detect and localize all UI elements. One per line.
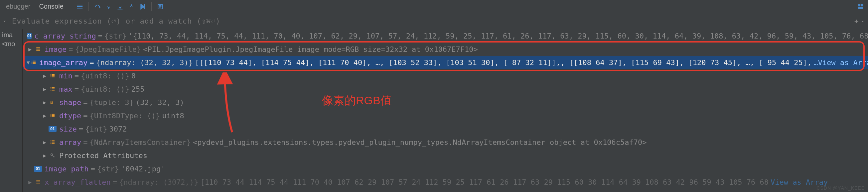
var-type: {NdArrayItemsContainer}	[89, 138, 191, 147]
frame-label[interactable]: <mo	[0, 39, 22, 49]
separator	[89, 2, 89, 11]
expand-arrow-icon[interactable]: ▶	[41, 152, 48, 159]
var-value: 255	[131, 85, 145, 93]
collapse-arrow-icon[interactable]: ▼	[27, 59, 30, 66]
threads-icon[interactable]	[75, 2, 85, 11]
variable-row-array[interactable]: ▶ array = {NdArrayItemsContainer} <pydev…	[23, 135, 868, 149]
equals: =	[98, 32, 102, 40]
object-icon	[34, 179, 42, 185]
step-out-icon[interactable]	[127, 2, 136, 11]
spacer	[27, 165, 33, 172]
var-name: image	[44, 45, 66, 54]
variables-panel: ima <mo c_array_string = {str} '{110, 73…	[0, 29, 868, 192]
variable-row-max[interactable]: ▶ max = {uint8: ()} 255	[23, 83, 868, 96]
variable-row-shape[interactable]: ▶ shape = {tuple: 3} (32, 32, 3)	[23, 96, 868, 109]
var-name: image_array	[39, 59, 88, 67]
int-icon	[49, 126, 57, 132]
var-name: c_array_string	[34, 32, 96, 40]
separator	[151, 2, 152, 11]
step-over-icon[interactable]	[93, 2, 102, 11]
step-into-my-code-icon[interactable]	[115, 2, 125, 11]
expand-arrow-icon[interactable]: ▶	[41, 99, 48, 106]
svg-point-5	[51, 154, 53, 156]
var-name: max	[59, 85, 72, 93]
var-name: shape	[59, 98, 81, 107]
object-icon	[49, 113, 57, 119]
var-type: {ndarray: (32, 32, 3)}	[96, 59, 193, 67]
var-type: {uint8: ()}	[81, 85, 129, 93]
run-to-cursor-icon[interactable]	[138, 2, 147, 11]
var-value: <PIL.JpegImagePlugin.JpegImageFile image…	[143, 45, 478, 54]
var-value: '0042.jpg'	[121, 165, 165, 173]
var-type: {JpegImageFile}	[75, 45, 141, 54]
svg-rect-0	[117, 9, 122, 9]
var-name: min	[59, 72, 72, 80]
var-type: {int}	[85, 125, 107, 133]
var-type: {str}	[104, 32, 126, 40]
step-into-icon[interactable]	[104, 2, 114, 11]
variable-row-image-path[interactable]: image_path = {str} '0042.jpg'	[23, 162, 868, 175]
var-type: {UInt8DType: ()}	[89, 111, 160, 120]
variable-row-image[interactable]: ▶ image = {JpegImageFile} <PIL.JpegImage…	[23, 42, 868, 56]
frames-column: ima <mo	[0, 29, 23, 192]
frame-label[interactable]: ima	[0, 31, 22, 39]
equals: =	[68, 45, 73, 54]
add-watch-icon[interactable]: +	[855, 17, 859, 25]
spacer	[41, 126, 48, 132]
protected-label: Protected Attributes	[59, 152, 147, 160]
variable-row-image-array[interactable]: ▼ image_array = {ndarray: (32, 32, 3)} […	[23, 56, 868, 69]
view-as-array-link[interactable]: View as Array	[771, 178, 828, 186]
layout-settings-icon[interactable]	[856, 2, 865, 11]
expand-arrow-icon[interactable]: ▶	[27, 46, 33, 53]
variable-row-protected[interactable]: ▶ Protected Attributes	[23, 149, 868, 162]
svg-rect-2	[858, 4, 861, 6]
variable-row-size[interactable]: size = {int} 3072	[23, 122, 868, 135]
var-name: array	[59, 138, 81, 147]
var-name: size	[59, 125, 77, 133]
var-type: {ndarray: (3072,)}	[119, 178, 198, 186]
var-type: {uint8: ()}	[81, 72, 129, 80]
string-icon	[27, 33, 32, 39]
watermark: CSDN @YAN_KEEE	[816, 185, 865, 191]
expand-arrow-icon[interactable]: ▶	[41, 86, 48, 92]
object-icon	[31, 60, 37, 65]
view-as-array-link[interactable]: …View as Array	[813, 59, 868, 67]
variable-row-min[interactable]: ▶ min = {uint8: ()} 0	[23, 69, 868, 83]
var-type: {str}	[97, 165, 119, 173]
var-name: image_path	[44, 165, 89, 173]
evaluate-icon[interactable]	[156, 2, 165, 11]
var-value: [110 73 44 114 75 44 111 70 40 107 62 29…	[200, 178, 769, 186]
var-name: dtype	[59, 111, 81, 120]
object-icon	[49, 139, 57, 145]
tab-debugger[interactable]: ebugger	[3, 1, 34, 12]
object-icon	[49, 73, 57, 79]
variable-row-x-array-flatten[interactable]: ▶ x_array_flatten = {ndarray: (3072,)} […	[23, 175, 868, 189]
evaluate-expression-input[interactable]	[9, 15, 848, 27]
expand-arrow-icon[interactable]: ▶	[41, 112, 48, 119]
variable-row-c-array-string[interactable]: c_array_string = {str} '{110, 73, 44, 11…	[23, 29, 868, 42]
var-value: (32, 32, 3)	[136, 98, 184, 107]
string-icon	[34, 166, 42, 172]
equals: =	[89, 59, 94, 67]
debug-toolbar: ebugger Console	[0, 0, 868, 13]
var-name: x_array_flatten	[44, 178, 111, 186]
var-value: uint8	[162, 111, 184, 120]
watch-bar: +	[0, 13, 868, 29]
var-value: [[[110 73 44], [114 75 44], [111 70 40],…	[195, 59, 811, 67]
tuple-icon	[49, 99, 57, 105]
watch-dropdown-icon[interactable]	[861, 17, 865, 25]
variable-row-dtype[interactable]: ▶ dtype = {UInt8DType: ()} uint8	[23, 109, 868, 122]
var-value: 3072	[109, 125, 127, 133]
tab-console[interactable]: Console	[36, 1, 66, 12]
expand-arrow-icon[interactable]: ▶	[41, 72, 48, 79]
expand-arrow-icon[interactable]: ▶	[27, 179, 33, 185]
object-icon	[34, 46, 42, 52]
chevron-down-icon[interactable]	[0, 19, 9, 24]
svg-rect-4	[858, 7, 863, 9]
var-type: {tuple: 3}	[89, 98, 133, 107]
var-value: 0	[131, 72, 136, 80]
expand-arrow-icon[interactable]: ▶	[41, 139, 48, 146]
object-icon	[49, 86, 57, 92]
var-value: <pydevd_plugins.extensions.types.pydevd_…	[193, 138, 647, 147]
separator	[71, 2, 71, 11]
